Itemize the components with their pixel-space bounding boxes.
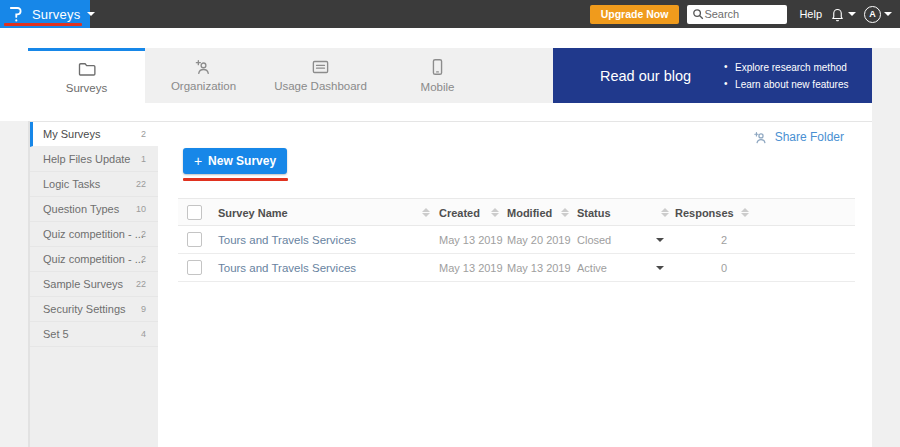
sort-icon[interactable] [741,208,749,218]
chevron-down-icon [884,12,892,16]
surveys-content: Share Folder + New Survey Survey Name Cr… [158,121,872,447]
tab-surveys[interactable]: Surveys [28,48,145,103]
search-icon [692,8,704,20]
select-all-checkbox[interactable] [187,205,202,220]
survey-name-link[interactable]: Tours and Travels Services [218,254,356,282]
sidebar-item-count: 2 [141,222,146,246]
modified-date: May 13 2019 [507,254,571,282]
sidebar-item-count: 10 [136,197,146,221]
row-checkbox[interactable] [187,232,202,247]
sidebar-item-label: Logic Tasks [43,178,100,190]
dashboard-icon [311,59,330,75]
sidebar-item-count: 2 [141,122,146,146]
column-header-survey-name: Survey Name [218,199,288,227]
product-label: Surveys [32,7,80,22]
banner-bullet: Explore research method [724,62,848,73]
sidebar-item-count: 2 [141,247,146,271]
banner-title: Read our blog [600,68,691,84]
created-date: May 13 2019 [439,226,503,254]
help-link[interactable]: Help [799,8,822,20]
sidebar-item-logic-tasks[interactable]: Logic Tasks 22 [30,172,158,197]
modified-date: May 20 2019 [507,226,571,254]
status-value: Active [577,254,607,282]
created-date: May 13 2019 [439,254,503,282]
annotation-underline-surveys [4,23,82,26]
tab-label: Mobile [421,81,455,93]
top-navbar: Surveys Upgrade Now Help A [0,0,900,28]
chevron-down-icon [87,12,95,16]
new-survey-label: New Survey [208,154,276,168]
page-left-margin [0,121,28,447]
navbar-actions: Upgrade Now Help A [590,5,900,24]
sidebar-item-set-5[interactable]: Set 5 4 [30,322,158,347]
sidebar-item-label: Quiz competition - ... [43,228,144,240]
upgrade-now-button[interactable]: Upgrade Now [590,5,680,24]
surveys-table: Survey Name Created Modified Status Resp… [178,198,855,282]
sidebar-item-count: 9 [141,297,146,321]
sidebar-item-question-types[interactable]: Question Types 10 [30,197,158,222]
avatar: A [864,6,881,23]
sidebar-item-help-files-update[interactable]: Help Files Update 1 [30,147,158,172]
tab-mobile[interactable]: Mobile [379,48,496,103]
banner-bullets: Explore research method Learn about new … [724,62,848,90]
status-dropdown[interactable] [656,266,664,270]
share-folder-button[interactable]: Share Folder [753,130,844,144]
sidebar-item-label: My Surveys [43,128,100,140]
survey-name-link[interactable]: Tours and Travels Services [218,226,356,254]
sidebar-item-label: Sample Surveys [43,278,123,290]
sidebar-item-count: 22 [136,272,146,296]
tab-label: Usage Dashboard [274,80,367,92]
column-header-created: Created [439,199,480,227]
column-header-responses: Responses [675,199,734,227]
share-folder-label: Share Folder [775,130,844,144]
responses-count: 0 [714,254,734,282]
people-add-icon [194,59,213,75]
sidebar-item-label: Question Types [43,203,119,215]
banner-bullet: Learn about new features [724,79,848,90]
tab-organization[interactable]: Organization [145,48,262,103]
read-blog-banner[interactable]: Read our blog Explore research method Le… [553,48,872,103]
tab-usage-dashboard[interactable]: Usage Dashboard [262,48,379,103]
bell-icon [830,7,845,22]
account-menu-button[interactable]: A [864,6,892,23]
tab-label: Organization [171,80,236,92]
sidebar-item-count: 4 [141,322,146,346]
chevron-down-icon [848,12,856,16]
annotation-underline-new-survey [183,178,288,181]
product-switcher[interactable]: Surveys [0,0,90,28]
sidebar-item-label: Security Settings [43,303,126,315]
tab-label: Surveys [66,82,108,94]
sidebar-item-sample-surveys[interactable]: Sample Surveys 22 [30,272,158,297]
proprofs-logo-icon [8,4,25,24]
sort-icon[interactable] [561,208,569,218]
mobile-icon [431,58,444,76]
folders-sidebar: My Surveys 2 Help Files Update 1 Logic T… [28,121,158,447]
sidebar-item-label: Quiz competition - ... [43,253,144,265]
row-checkbox[interactable] [187,260,202,275]
table-row: Tours and Travels Services May 13 2019 M… [178,226,855,254]
status-value: Closed [577,226,611,254]
status-dropdown[interactable] [656,238,664,242]
sidebar-item-security-settings[interactable]: Security Settings 9 [30,297,158,322]
sort-icon[interactable] [491,208,499,218]
new-survey-button[interactable]: + New Survey [183,148,287,174]
sidebar-item-label: Set 5 [43,328,69,340]
column-header-status: Status [577,199,611,227]
sidebar-item-label: Help Files Update [43,153,130,165]
table-row: Tours and Travels Services May 13 2019 M… [178,254,855,282]
notifications-button[interactable] [830,7,856,22]
primary-tabs: Surveys Organization Usage Dashboard [28,48,553,103]
search-box[interactable] [687,5,787,24]
responses-count: 2 [714,226,734,254]
sidebar-item-quiz-competition-2[interactable]: Quiz competition - ... 2 [30,247,158,272]
sort-icon[interactable] [661,208,669,218]
sort-icon[interactable] [422,208,430,218]
folder-icon [78,61,96,77]
sidebar-item-my-surveys[interactable]: My Surveys 2 [30,122,158,147]
plus-icon: + [194,153,202,169]
search-input[interactable] [704,8,780,20]
sidebar-item-quiz-competition-1[interactable]: Quiz competition - ... 2 [30,222,158,247]
sidebar-item-count: 1 [141,147,146,171]
column-header-modified: Modified [507,199,552,227]
sidebar-item-count: 22 [136,172,146,196]
